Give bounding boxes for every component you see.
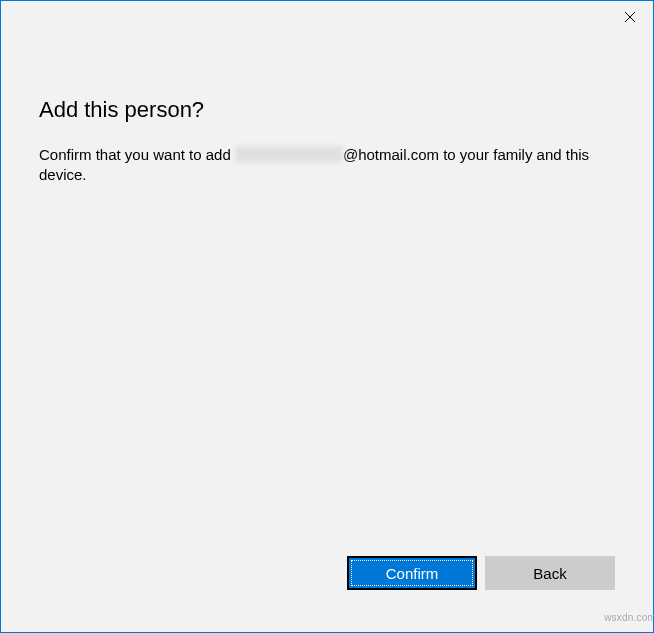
redacted-email-local — [235, 146, 343, 162]
body-prefix: Confirm that you want to add — [39, 146, 235, 163]
back-button[interactable]: Back — [485, 556, 615, 590]
dialog-heading: Add this person? — [39, 97, 615, 123]
watermark: wsxdn.com — [604, 612, 654, 623]
titlebar — [1, 1, 653, 33]
confirm-button[interactable]: Confirm — [347, 556, 477, 590]
button-row: Confirm Back — [347, 556, 615, 590]
close-button[interactable] — [607, 1, 653, 33]
dialog-content: Add this person? Confirm that you want t… — [1, 33, 653, 185]
dialog-body: Confirm that you want to add @hotmail.co… — [39, 145, 615, 185]
close-icon — [625, 12, 635, 22]
dialog-window: Add this person? Confirm that you want t… — [0, 0, 654, 633]
